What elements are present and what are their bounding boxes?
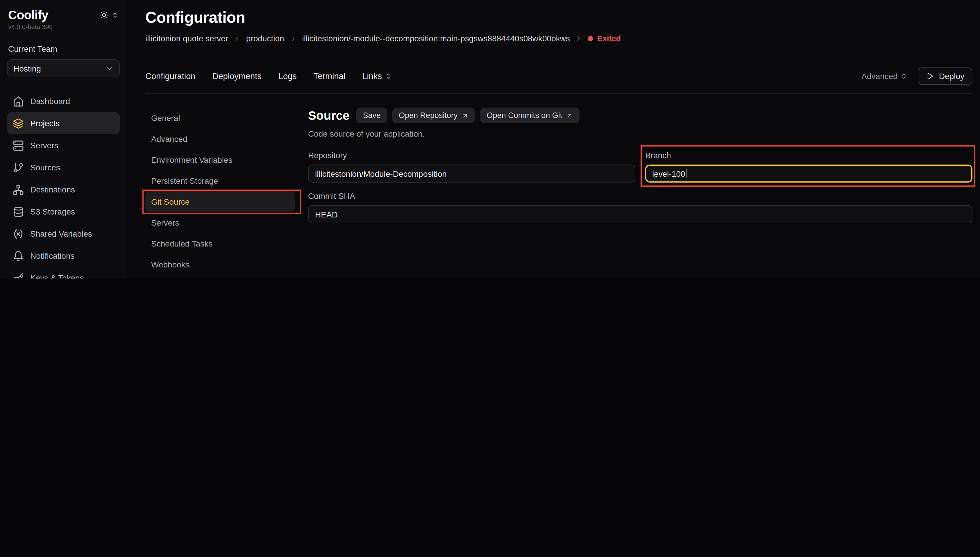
sidebar-item-label: Destinations: [30, 185, 75, 194]
sidebar-item[interactable]: Keys & Tokens: [7, 267, 120, 278]
config-nav-item[interactable]: Servers: [145, 212, 295, 233]
config-nav-item-label: Advanced: [151, 134, 187, 143]
resource-tabs: Configuration Deployments Logs T: [145, 72, 392, 81]
config-nav-item-label: Environment Variables: [151, 155, 232, 164]
home-icon: [13, 96, 24, 107]
configuration-content: General Advanced Environment Variables: [145, 107, 972, 278]
tab[interactable]: Logs: [278, 72, 297, 81]
config-nav-item[interactable]: General: [145, 107, 295, 129]
config-nav-item-label: General: [151, 113, 180, 123]
open-commits-label: Open Commits on Git: [487, 111, 562, 120]
config-nav-item[interactable]: Persistent Storage: [145, 170, 295, 191]
advanced-menu-label: Advanced: [861, 72, 898, 81]
deploy-button-label: Deploy: [939, 72, 964, 81]
bell-icon: [13, 250, 24, 261]
sidebar-item-label: Projects: [30, 119, 60, 128]
status-label: Exited: [597, 34, 621, 43]
server-icon: [13, 140, 24, 151]
sidebar-item[interactable]: Projects: [7, 112, 120, 134]
text-caret: [686, 169, 687, 178]
repository-label: Repository: [308, 151, 635, 160]
branch-label: Branch: [645, 151, 972, 160]
config-nav: General Advanced Environment Variables: [145, 107, 295, 278]
app-logo[interactable]: Coolify: [8, 8, 48, 22]
sidebar-item-label: S3 Storages: [30, 207, 75, 216]
variable-icon: [13, 228, 24, 239]
sun-icon[interactable]: [99, 10, 109, 20]
tab[interactable]: Links: [362, 72, 392, 81]
open-repository-label: Open Repository: [399, 111, 458, 120]
commit-sha-field: Commit SHA: [308, 191, 972, 223]
chevron-down-icon: [105, 64, 113, 72]
commit-sha-input[interactable]: [308, 205, 972, 223]
chevrons-up-down-icon[interactable]: [112, 11, 119, 19]
config-nav-item[interactable]: Git Source: [145, 191, 295, 212]
chevrons-up-down-icon: [385, 73, 392, 80]
network-icon: [13, 184, 24, 195]
sidebar-item-label: Servers: [30, 141, 58, 150]
breadcrumb-resource[interactable]: illicitestonion/-module--decomposition:m…: [302, 34, 570, 43]
config-nav-item-label: Git Source: [151, 197, 190, 207]
layers-icon: [13, 118, 24, 129]
database-icon: [13, 206, 24, 217]
repository-field: Repository: [308, 151, 635, 182]
branch-field: Branch level-100: [645, 151, 972, 182]
config-nav-item[interactable]: Webhooks: [145, 254, 295, 275]
sidebar-item-label: Sources: [30, 163, 60, 172]
advanced-menu[interactable]: Advanced: [861, 72, 908, 81]
sidebar-item-label: Notifications: [30, 251, 75, 261]
config-nav-item[interactable]: Environment Variables: [145, 150, 295, 170]
chevron-right-icon: [575, 34, 583, 42]
config-nav-item[interactable]: Scheduled Tasks: [145, 233, 295, 254]
sidebar-item[interactable]: S3 Storages: [7, 200, 120, 223]
tab[interactable]: Configuration: [145, 72, 196, 81]
arrow-up-right-icon: [462, 112, 469, 119]
sidebar-item[interactable]: Dashboard: [7, 90, 120, 112]
tab-label: Deployments: [213, 72, 262, 81]
sidebar: Coolify v4.0.0-beta.399 Current Team Hos…: [0, 0, 127, 278]
tabs-actions: Advanced Deploy: [861, 67, 972, 85]
status-dot: [588, 36, 593, 41]
sidebar-item[interactable]: Destinations: [7, 179, 120, 200]
open-commits-button[interactable]: Open Commits on Git: [480, 107, 580, 123]
git-branch-icon: [13, 162, 24, 173]
tab-label: Terminal: [314, 72, 346, 81]
theme-controls: [99, 10, 119, 20]
save-button[interactable]: Save: [356, 107, 387, 123]
breadcrumb-environment[interactable]: production: [246, 34, 284, 43]
tab[interactable]: Terminal: [314, 72, 346, 81]
config-nav-item-label: Webhooks: [151, 260, 190, 269]
source-form: Repository Branch level-100 Commit SHA: [308, 151, 972, 223]
deploy-button[interactable]: Deploy: [918, 67, 972, 85]
sidebar-item[interactable]: Sources: [7, 156, 120, 179]
key-icon: [13, 272, 24, 278]
source-section-title: Source: [308, 108, 349, 122]
page-title: Configuration: [145, 9, 972, 27]
team-select[interactable]: Hosting: [7, 59, 120, 77]
commit-sha-label: Commit SHA: [308, 191, 972, 200]
app-version: v4.0.0-beta.399: [8, 23, 119, 30]
branch-input[interactable]: level-100: [645, 164, 972, 182]
sidebar-item[interactable]: Shared Variables: [7, 223, 120, 245]
app-window: Coolify v4.0.0-beta.399 Current Team Hos…: [0, 0, 980, 278]
team-select-value: Hosting: [13, 64, 41, 73]
source-section-description: Code source of your application.: [308, 129, 972, 138]
breadcrumb-project[interactable]: illicitonion quote server: [145, 34, 228, 43]
open-repository-button[interactable]: Open Repository: [392, 107, 475, 123]
repository-input[interactable]: [308, 164, 635, 182]
config-nav-item[interactable]: Preview Deployments: [145, 275, 295, 278]
tab-label: Links: [362, 72, 382, 81]
sidebar-item[interactable]: Notifications: [7, 245, 120, 267]
sidebar-item[interactable]: Servers: [7, 134, 120, 156]
chevron-right-icon: [289, 34, 297, 42]
chevron-right-icon: [233, 34, 241, 42]
config-nav-item-label: Persistent Storage: [151, 176, 218, 186]
sidebar-nav: Dashboard Projects Servers Sources: [7, 90, 120, 278]
tabs-divider: [145, 93, 972, 94]
config-nav-item-label: Scheduled Tasks: [151, 239, 213, 248]
config-nav-item[interactable]: Advanced: [145, 129, 295, 150]
tabs-row: Configuration Deployments Logs T: [145, 67, 972, 85]
sidebar-item-label: Dashboard: [30, 96, 70, 106]
status-badge: Exited: [588, 34, 621, 43]
tab[interactable]: Deployments: [213, 72, 262, 81]
